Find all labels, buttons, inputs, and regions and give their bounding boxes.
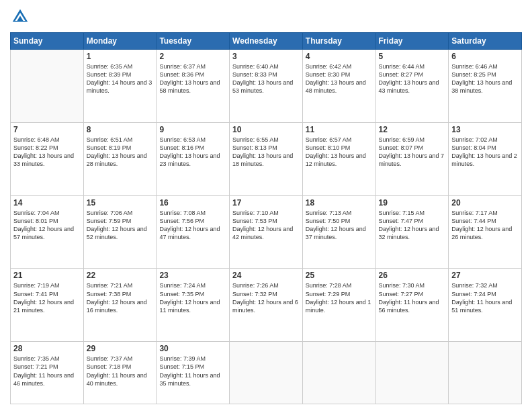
day-info: Sunrise: 6:40 AMSunset: 8:33 PMDaylight:… [232, 62, 300, 95]
weekday-header-tuesday: Tuesday [157, 33, 230, 50]
day-info: Sunrise: 7:10 AMSunset: 7:53 PMDaylight:… [232, 209, 300, 242]
week-row-5: 28Sunrise: 7:35 AMSunset: 7:21 PMDayligh… [11, 342, 522, 404]
day-info: Sunrise: 6:59 AMSunset: 8:07 PMDaylight:… [379, 136, 446, 169]
calendar-cell: 17Sunrise: 7:10 AMSunset: 7:53 PMDayligh… [230, 195, 303, 269]
day-number: 28 [13, 344, 81, 353]
week-row-2: 7Sunrise: 6:48 AMSunset: 8:22 PMDaylight… [11, 122, 522, 195]
day-info: Sunrise: 6:55 AMSunset: 8:13 PMDaylight:… [232, 136, 300, 169]
calendar-cell: 16Sunrise: 7:08 AMSunset: 7:56 PMDayligh… [157, 195, 230, 269]
day-info: Sunrise: 6:44 AMSunset: 8:27 PMDaylight:… [379, 62, 446, 95]
day-number: 20 [451, 198, 519, 208]
day-number: 3 [232, 52, 300, 61]
day-number: 6 [451, 52, 519, 61]
calendar-cell: 20Sunrise: 7:17 AMSunset: 7:44 PMDayligh… [449, 195, 522, 269]
calendar-cell: 8Sunrise: 6:51 AMSunset: 8:19 PMDaylight… [83, 122, 157, 195]
day-info: Sunrise: 6:42 AMSunset: 8:30 PMDaylight:… [306, 62, 373, 95]
day-number: 23 [159, 271, 226, 280]
calendar-cell: 22Sunrise: 7:21 AMSunset: 7:38 PMDayligh… [83, 269, 157, 342]
calendar-cell: 26Sunrise: 7:30 AMSunset: 7:27 PMDayligh… [375, 269, 449, 342]
day-info: Sunrise: 7:02 AMSunset: 8:04 PMDaylight:… [451, 136, 519, 169]
day-info: Sunrise: 7:08 AMSunset: 7:56 PMDaylight:… [159, 209, 226, 242]
weekday-header-monday: Monday [83, 33, 157, 50]
day-number: 12 [379, 125, 446, 134]
calendar-cell: 28Sunrise: 7:35 AMSunset: 7:21 PMDayligh… [11, 342, 84, 404]
day-number: 9 [159, 125, 226, 134]
calendar-cell: 21Sunrise: 7:19 AMSunset: 7:41 PMDayligh… [11, 269, 84, 342]
calendar-cell: 7Sunrise: 6:48 AMSunset: 8:22 PMDaylight… [11, 122, 84, 195]
calendar-table: SundayMondayTuesdayWednesdayThursdayFrid… [10, 32, 522, 404]
calendar-cell: 29Sunrise: 7:37 AMSunset: 7:18 PMDayligh… [83, 342, 157, 404]
calendar-cell: 15Sunrise: 7:06 AMSunset: 7:59 PMDayligh… [83, 195, 157, 269]
weekday-header-wednesday: Wednesday [230, 33, 303, 50]
day-number: 22 [87, 271, 154, 280]
day-number: 18 [306, 198, 373, 208]
weekday-header-sunday: Sunday [11, 33, 84, 50]
calendar-cell [302, 342, 375, 404]
calendar-cell: 2Sunrise: 6:37 AMSunset: 8:36 PMDaylight… [157, 50, 230, 123]
day-info: Sunrise: 7:04 AMSunset: 8:01 PMDaylight:… [13, 209, 81, 242]
day-number: 8 [87, 125, 154, 134]
weekday-header-saturday: Saturday [449, 33, 522, 50]
day-number: 24 [232, 271, 300, 280]
day-info: Sunrise: 6:53 AMSunset: 8:16 PMDaylight:… [159, 136, 226, 169]
day-number: 4 [306, 52, 373, 61]
day-info: Sunrise: 6:46 AMSunset: 8:25 PMDaylight:… [451, 62, 519, 95]
day-number: 29 [87, 344, 154, 353]
week-row-4: 21Sunrise: 7:19 AMSunset: 7:41 PMDayligh… [11, 269, 522, 342]
calendar-cell: 13Sunrise: 7:02 AMSunset: 8:04 PMDayligh… [449, 122, 522, 195]
day-number: 10 [232, 125, 300, 134]
calendar-cell [11, 50, 84, 123]
week-row-3: 14Sunrise: 7:04 AMSunset: 8:01 PMDayligh… [11, 195, 522, 269]
calendar-cell: 24Sunrise: 7:26 AMSunset: 7:32 PMDayligh… [230, 269, 303, 342]
day-info: Sunrise: 7:21 AMSunset: 7:38 PMDaylight:… [87, 281, 154, 314]
page: SundayMondayTuesdayWednesdayThursdayFrid… [0, 0, 532, 411]
weekday-header-friday: Friday [375, 33, 449, 50]
day-number: 13 [451, 125, 519, 134]
day-info: Sunrise: 6:35 AMSunset: 8:39 PMDaylight:… [87, 62, 154, 95]
calendar-cell: 14Sunrise: 7:04 AMSunset: 8:01 PMDayligh… [11, 195, 84, 269]
day-number: 2 [159, 52, 226, 61]
calendar-cell: 11Sunrise: 6:57 AMSunset: 8:10 PMDayligh… [302, 122, 375, 195]
day-info: Sunrise: 7:06 AMSunset: 7:59 PMDaylight:… [87, 209, 154, 242]
day-number: 21 [13, 271, 81, 280]
day-number: 1 [87, 52, 154, 61]
calendar-cell: 23Sunrise: 7:24 AMSunset: 7:35 PMDayligh… [157, 269, 230, 342]
day-number: 17 [232, 198, 300, 208]
calendar-cell: 18Sunrise: 7:13 AMSunset: 7:50 PMDayligh… [302, 195, 375, 269]
day-number: 27 [451, 271, 519, 280]
calendar-cell: 4Sunrise: 6:42 AMSunset: 8:30 PMDaylight… [302, 50, 375, 123]
day-number: 25 [306, 271, 373, 280]
calendar-cell: 9Sunrise: 6:53 AMSunset: 8:16 PMDaylight… [157, 122, 230, 195]
day-number: 14 [13, 198, 81, 208]
day-number: 19 [379, 198, 446, 208]
calendar-cell: 30Sunrise: 7:39 AMSunset: 7:15 PMDayligh… [157, 342, 230, 404]
calendar-cell: 19Sunrise: 7:15 AMSunset: 7:47 PMDayligh… [375, 195, 449, 269]
day-info: Sunrise: 7:39 AMSunset: 7:15 PMDaylight:… [159, 355, 226, 387]
day-info: Sunrise: 7:28 AMSunset: 7:29 PMDaylight:… [306, 281, 373, 314]
header [10, 7, 522, 27]
calendar-cell: 10Sunrise: 6:55 AMSunset: 8:13 PMDayligh… [230, 122, 303, 195]
calendar-cell: 25Sunrise: 7:28 AMSunset: 7:29 PMDayligh… [302, 269, 375, 342]
day-info: Sunrise: 7:37 AMSunset: 7:18 PMDaylight:… [87, 355, 154, 387]
day-info: Sunrise: 7:26 AMSunset: 7:32 PMDaylight:… [232, 281, 300, 314]
calendar-cell [449, 342, 522, 404]
day-info: Sunrise: 6:57 AMSunset: 8:10 PMDaylight:… [306, 136, 373, 169]
day-number: 5 [379, 52, 446, 61]
calendar-cell: 12Sunrise: 6:59 AMSunset: 8:07 PMDayligh… [375, 122, 449, 195]
calendar-cell: 1Sunrise: 6:35 AMSunset: 8:39 PMDaylight… [83, 50, 157, 123]
calendar-cell [375, 342, 449, 404]
day-number: 30 [159, 344, 226, 353]
weekday-header-thursday: Thursday [302, 33, 375, 50]
day-info: Sunrise: 7:35 AMSunset: 7:21 PMDaylight:… [13, 355, 81, 387]
day-info: Sunrise: 7:32 AMSunset: 7:24 PMDaylight:… [451, 281, 519, 314]
calendar-cell: 6Sunrise: 6:46 AMSunset: 8:25 PMDaylight… [449, 50, 522, 123]
day-info: Sunrise: 6:48 AMSunset: 8:22 PMDaylight:… [13, 136, 81, 169]
calendar-cell: 5Sunrise: 6:44 AMSunset: 8:27 PMDaylight… [375, 50, 449, 123]
day-number: 15 [87, 198, 154, 208]
day-info: Sunrise: 7:15 AMSunset: 7:47 PMDaylight:… [379, 209, 446, 242]
day-info: Sunrise: 7:13 AMSunset: 7:50 PMDaylight:… [306, 209, 373, 242]
calendar-cell: 27Sunrise: 7:32 AMSunset: 7:24 PMDayligh… [449, 269, 522, 342]
day-info: Sunrise: 7:24 AMSunset: 7:35 PMDaylight:… [159, 281, 226, 314]
calendar-cell [230, 342, 303, 404]
day-info: Sunrise: 7:19 AMSunset: 7:41 PMDaylight:… [13, 281, 81, 314]
